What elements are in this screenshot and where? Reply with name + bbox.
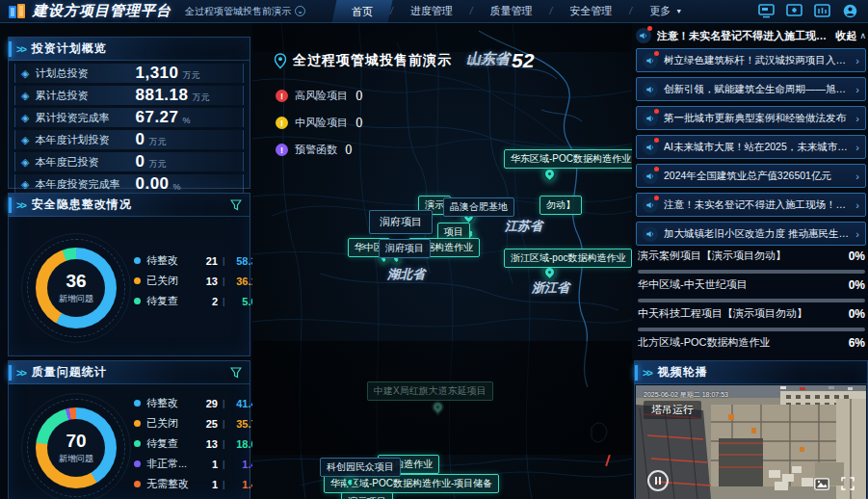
safety-panel: >> 安全隐患整改情况 36 新增问题 待整改21|58.3% 已关闭13|36… bbox=[8, 193, 250, 356]
progress-item[interactable]: 演示案例项目【演示项目勿动】0% bbox=[638, 249, 865, 274]
project-selector[interactable]: 全过程项管城投售前演示 ⌄ bbox=[185, 5, 305, 18]
notice-item[interactable]: 2024年全国建筑业总产值326501亿元 › bbox=[636, 164, 866, 188]
app-title: 建设方项目管理平台 bbox=[33, 2, 171, 20]
caret-up-icon[interactable]: ∧ bbox=[859, 31, 866, 40]
header-icons bbox=[758, 4, 858, 18]
legend-item: 已关闭13|36.1% bbox=[134, 274, 266, 288]
unread-dot bbox=[654, 109, 659, 114]
investment-panel-title: 投资计划概览 bbox=[32, 40, 107, 57]
chevron-right-icon: › bbox=[855, 171, 859, 182]
notice-item[interactable]: 树立绿色建筑标杆！武汉城投两项目入选省级绿色... › bbox=[636, 48, 866, 72]
quality-legend: 待整改29|41.4% 已关闭25|35.7% 待复查13|18.6% 非正常.… bbox=[134, 396, 266, 497]
dashboard: 建设方项目管理平台 全过程项管城投售前演示 ⌄ 首页 / 进度管理 / 质量管理… bbox=[0, 0, 868, 499]
nav-home[interactable]: 首页 bbox=[331, 0, 392, 23]
map-marker-label[interactable]: 润府项目 bbox=[369, 210, 433, 234]
monitor-icon[interactable] bbox=[758, 4, 775, 18]
speaker-icon bbox=[643, 53, 658, 68]
chevron-right-icon: >> bbox=[16, 199, 25, 211]
speaker-icon bbox=[643, 82, 658, 97]
legend-item: 非正常...1|1.4% bbox=[134, 457, 266, 471]
legend-item: 待复查2|5.6% bbox=[134, 294, 266, 308]
stat-row: ◈本年度计划投资0万元 bbox=[14, 130, 244, 149]
map-marker-label[interactable]: 演示项目 bbox=[341, 492, 393, 499]
video-timestamp: 2025-06-02 星期二 18:07:53 bbox=[644, 390, 728, 400]
legend-item: 待整改29|41.4% bbox=[134, 396, 266, 410]
province-label: 浙江省 bbox=[532, 279, 569, 297]
map-marker-label[interactable]: 华东区域-POC数据构造作业 bbox=[504, 149, 632, 169]
notice-item[interactable]: 第一批城市更新典型案例和经验做法发布 › bbox=[636, 106, 866, 130]
chevron-down-icon: ⌄ bbox=[295, 6, 305, 16]
progress-bar bbox=[638, 270, 865, 274]
safety-panel-title: 安全隐患整改情况 bbox=[32, 197, 132, 213]
main-nav: 首页 / 进度管理 / 质量管理 / 安全管理 / 更多▼ bbox=[334, 0, 699, 23]
user-icon[interactable] bbox=[842, 4, 858, 18]
chevron-right-icon: >> bbox=[16, 43, 25, 55]
stat-row: ◈累计投资完成率67.27% bbox=[14, 108, 244, 127]
map-marker-label[interactable]: 科创园民众项目 bbox=[320, 458, 401, 477]
diamond-icon: ◈ bbox=[21, 156, 29, 169]
quality-panel: >> 质量问题统计 70 新增问题 待整改29|41.4% 已关闭25|35.7… bbox=[8, 360, 250, 499]
speaker-icon bbox=[643, 140, 658, 155]
nav-more[interactable]: 更多▼ bbox=[632, 0, 699, 23]
notice-item[interactable]: 创新引领，赋能建筑全生命周期——旭格亮相德国... › bbox=[636, 77, 866, 101]
progress-item[interactable]: 中天科技工程项目【演示项目勿动】0% bbox=[638, 306, 865, 331]
map-title-row: 全过程项管城投售前演示 项目总数 52 bbox=[274, 52, 534, 69]
progress-item[interactable]: 华中区域-中天世纪项目0% bbox=[638, 277, 865, 302]
notice-item[interactable]: 加大城镇老旧小区改造力度 推动惠民生扩内需 › bbox=[636, 222, 866, 246]
map-marker-label[interactable]: 润府项目 bbox=[379, 239, 431, 258]
collapse-button[interactable]: 收起 bbox=[835, 29, 856, 43]
caret-down-icon: ▼ bbox=[675, 8, 682, 14]
progress-bar bbox=[638, 299, 865, 302]
notice-item[interactable]: 注意！未实名登记不得进入施工现场！人工费拨付... › bbox=[636, 193, 866, 217]
speaker-icon bbox=[643, 169, 658, 184]
nav-quality[interactable]: 质量管理 bbox=[473, 0, 550, 23]
picture-in-picture-icon[interactable] bbox=[814, 478, 829, 490]
quality-panel-header: >> 质量问题统计 bbox=[9, 361, 250, 384]
investment-panel: >> 投资计划概览 ◈计划总投资1,310万元 ◈累计总投资881.18万元 ◈… bbox=[8, 37, 250, 189]
legend-item: 已关闭25|35.7% bbox=[134, 416, 266, 431]
video-player[interactable]: 2025-06-02 星期二 18:07:53 塔吊运行 bbox=[636, 385, 866, 499]
map-marker-label[interactable]: 中建X局红旗大道东延项目 bbox=[367, 381, 493, 401]
legend-item: 无需整改1|1.4% bbox=[134, 477, 266, 491]
quality-donut-chart: 70 新增问题 bbox=[36, 407, 117, 488]
safety-legend: 待整改21|58.3% 已关闭13|36.1% 待复查2|5.6% bbox=[134, 253, 266, 314]
safety-panel-header: >> 安全隐患整改情况 bbox=[9, 194, 250, 217]
screen-share-icon[interactable] bbox=[786, 4, 802, 18]
chevron-right-icon: >> bbox=[643, 367, 651, 379]
video-panel-header: >> 视频轮播 bbox=[635, 361, 867, 384]
map-total-label: 项目总数 bbox=[467, 55, 506, 68]
filter-icon[interactable] bbox=[230, 367, 242, 379]
diamond-icon: ◈ bbox=[21, 178, 29, 191]
risk-row-warning: ! 预警函数 0 bbox=[276, 143, 353, 157]
chevron-right-icon: › bbox=[855, 228, 859, 240]
speaker-icon bbox=[643, 111, 658, 126]
fullscreen-icon[interactable] bbox=[841, 477, 855, 490]
chevron-right-icon: >> bbox=[16, 367, 25, 379]
nav-safety[interactable]: 安全管理 bbox=[552, 0, 629, 23]
speaker-icon bbox=[643, 226, 658, 242]
notice-item[interactable]: AI未来城市大展！站在2025，未来城市何去何从？ › bbox=[636, 135, 866, 159]
progress-item[interactable]: 北方区域-POC数据构造作业6% bbox=[638, 335, 865, 350]
speaker-icon bbox=[643, 197, 658, 213]
filter-icon[interactable] bbox=[230, 199, 242, 211]
stat-row: ◈本年度已投资0万元 bbox=[14, 152, 244, 171]
quality-total-label: 新增问题 bbox=[59, 453, 93, 465]
province-label: 湖北省 bbox=[387, 266, 425, 283]
map-marker-label[interactable]: 勿动】 bbox=[539, 196, 582, 215]
project-selector-label: 全过程项管城投售前演示 bbox=[185, 5, 291, 18]
safety-total-label: 新增问题 bbox=[59, 293, 93, 305]
map-marker-label[interactable]: 浙江区域-poc数据构造作业 bbox=[504, 249, 632, 268]
chevron-right-icon: › bbox=[855, 55, 859, 66]
unread-dot bbox=[654, 138, 659, 143]
bar-chart-icon[interactable] bbox=[814, 4, 830, 18]
province-label: 江苏省 bbox=[505, 218, 542, 235]
stat-row: ◈累计总投资881.18万元 bbox=[14, 86, 244, 105]
pause-button[interactable] bbox=[647, 470, 669, 491]
nav-progress[interactable]: 进度管理 bbox=[393, 0, 470, 23]
map-marker-label[interactable]: 晶澳合肥基地 bbox=[443, 197, 514, 217]
diamond-icon: ◈ bbox=[21, 90, 29, 102]
china-map[interactable]: 全过程项管城投售前演示 项目总数 52 ! 高风险项目 0 ! 中风险项目 0 … bbox=[252, 23, 632, 499]
map-title: 全过程项管城投售前演示 bbox=[293, 52, 452, 69]
unread-dot bbox=[654, 51, 659, 56]
safety-donut-chart: 36 新增问题 bbox=[36, 248, 117, 328]
